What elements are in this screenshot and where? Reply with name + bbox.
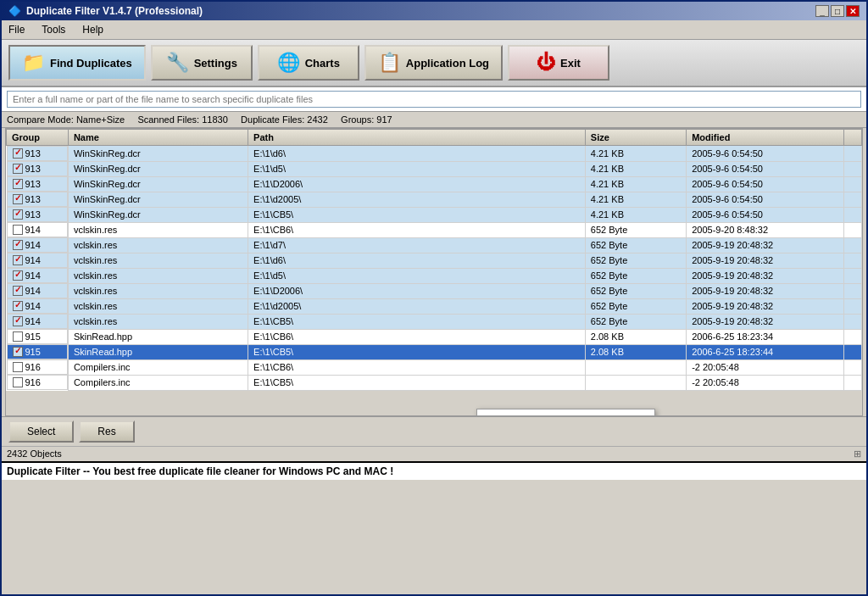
row-checkbox[interactable] (13, 164, 23, 174)
cell-modified: 2005-9-19 20:48:32 (687, 253, 844, 268)
cell-path: E:\1\D2006\ (248, 176, 586, 192)
cell-group: 914 (7, 268, 68, 283)
row-checkbox[interactable] (13, 362, 23, 372)
cell-modified: 2005-9-6 0:54:50 (687, 176, 844, 192)
cell-modified: 2005-9-19 20:48:32 (687, 314, 844, 329)
duplicate-files: Duplicate Files: 2432 (241, 114, 328, 125)
cell-spacer (843, 253, 861, 268)
cell-name: vclskin.res (68, 283, 248, 298)
row-checkbox[interactable] (13, 347, 23, 357)
cell-name: vclskin.res (68, 268, 248, 283)
find-duplicates-button[interactable]: 📁 Find Duplicates (8, 45, 146, 81)
row-checkbox[interactable] (13, 316, 23, 326)
folder-icon: 📁 (22, 52, 45, 74)
cell-size: 652 Byte (585, 237, 686, 253)
col-size[interactable]: Size (585, 130, 686, 146)
table-row[interactable]: 913 WinSkinReg.dcr E:\1\d5\ 4.21 KB 2005… (7, 161, 862, 176)
cell-path: E:\1\CB6\ (248, 222, 586, 237)
menu-help[interactable]: Help (79, 22, 107, 37)
row-checkbox[interactable] (13, 148, 23, 159)
close-button[interactable]: ✕ (846, 5, 860, 17)
cell-size: 652 Byte (585, 283, 686, 298)
row-checkbox[interactable] (13, 179, 23, 189)
row-checkbox[interactable] (13, 286, 23, 296)
cell-spacer (843, 268, 861, 283)
table-row[interactable]: 914 vclskin.res E:\1\D2006\ 652 Byte 200… (7, 283, 862, 298)
cell-group: 916 (7, 359, 68, 375)
settings-label: Settings (194, 57, 237, 70)
table-row[interactable]: 914 vclskin.res E:\1\CB6\ 652 Byte 2005-… (7, 222, 862, 237)
table-row[interactable]: 914 vclskin.res E:\1\d6\ 652 Byte 2005-9… (7, 253, 862, 268)
col-group[interactable]: Group (7, 130, 69, 146)
cell-path: E:\1\CB5\ (248, 344, 586, 359)
row-checkbox[interactable] (13, 255, 23, 265)
table-row[interactable]: 915 SkinRead.hpp E:\1\CB6\ 2.08 KB 2006-… (7, 329, 862, 344)
table-row[interactable]: 914 vclskin.res E:\1\d7\ 652 Byte 2005-9… (7, 237, 862, 253)
cell-name: Compilers.inc (68, 375, 248, 390)
table-row[interactable]: 913 WinSkinReg.dcr E:\1\D2006\ 4.21 KB 2… (7, 176, 862, 192)
cell-path: E:\1\d7\ (248, 237, 586, 253)
file-table: Group Name Path Size Modified 913 WinSki… (6, 129, 862, 391)
table-row[interactable]: 914 vclskin.res E:\1\d2005\ 652 Byte 200… (7, 298, 862, 314)
table-row[interactable]: 916 Compilers.inc E:\1\CB6\ -2 20:05:48 (7, 359, 862, 375)
file-table-wrapper[interactable]: Group Name Path Size Modified 913 WinSki… (5, 128, 863, 416)
minimize-button[interactable]: _ (815, 5, 829, 17)
wrench-icon: 🔧 (166, 52, 189, 74)
context-open-folder[interactable]: 📁Open Folder (477, 411, 654, 416)
cell-group: 914 (7, 314, 68, 329)
cell-name: SkinRead.hpp (68, 344, 248, 359)
exit-button[interactable]: ⏻ Exit (508, 45, 609, 81)
search-input[interactable] (7, 91, 861, 108)
row-checkbox[interactable] (13, 301, 23, 311)
table-row[interactable]: 913 WinSkinReg.dcr E:\1\CB5\ 4.21 KB 200… (7, 207, 862, 222)
table-row[interactable]: 914 vclskin.res E:\1\d5\ 652 Byte 2005-9… (7, 268, 862, 283)
find-duplicates-label: Find Duplicates (50, 57, 132, 70)
cell-spacer (843, 314, 861, 329)
cell-spacer (843, 222, 861, 237)
row-checkbox[interactable] (13, 225, 23, 235)
menu-tools[interactable]: Tools (38, 22, 69, 37)
globe-icon: 🌐 (277, 52, 300, 74)
stats-bar: Compare Mode: Name+Size Scanned Files: 1… (2, 112, 866, 128)
cell-spacer (843, 359, 861, 375)
row-checkbox[interactable] (13, 270, 23, 281)
row-checkbox[interactable] (13, 194, 23, 204)
application-log-button[interactable]: 📋 Application Log (364, 45, 503, 81)
bottom-bar: Select Res (2, 416, 866, 446)
toolbar: 📁 Find Duplicates 🔧 Settings 🌐 Charts 📋 … (2, 40, 866, 87)
cell-spacer (843, 298, 861, 314)
applog-label: Application Log (406, 57, 489, 70)
cell-modified: 2005-9-19 20:48:32 (687, 298, 844, 314)
groups-count: Groups: 917 (341, 114, 392, 125)
row-checkbox[interactable] (13, 240, 23, 250)
cell-name: WinSkinReg.dcr (68, 176, 248, 192)
row-checkbox[interactable] (13, 377, 23, 387)
col-name[interactable]: Name (68, 130, 248, 146)
cell-group: 914 (7, 222, 68, 237)
table-row[interactable]: 913 WinSkinReg.dcr E:\1\d6\ 4.21 KB 2005… (7, 146, 862, 162)
cell-group: 913 (7, 192, 68, 207)
col-modified[interactable]: Modified (687, 130, 844, 146)
maximize-button[interactable]: □ (831, 5, 844, 17)
charts-label: Charts (305, 57, 340, 70)
charts-button[interactable]: 🌐 Charts (258, 45, 359, 81)
select-button[interactable]: Select (8, 421, 74, 443)
cell-name: SkinRead.hpp (68, 329, 248, 344)
col-path[interactable]: Path (248, 130, 586, 146)
row-checkbox[interactable] (13, 209, 23, 220)
row-checkbox[interactable] (13, 331, 23, 342)
menu-file[interactable]: File (5, 22, 28, 37)
reset-button[interactable]: Res (79, 421, 134, 443)
table-row[interactable]: 914 vclskin.res E:\1\CB5\ 652 Byte 2005-… (7, 314, 862, 329)
cell-path: E:\1\d6\ (248, 146, 586, 162)
cell-size: 652 Byte (585, 298, 686, 314)
cell-modified: -2 20:05:48 (687, 359, 844, 375)
table-row[interactable]: 913 WinSkinReg.dcr E:\1\d2005\ 4.21 KB 2… (7, 192, 862, 207)
exit-label: Exit (560, 57, 581, 70)
cell-size: 4.21 KB (585, 146, 686, 162)
settings-button[interactable]: 🔧 Settings (151, 45, 253, 81)
table-row[interactable]: 916 Compilers.inc E:\1\CB5\ -2 20:05:48 (7, 375, 862, 390)
table-row[interactable]: 915 SkinRead.hpp E:\1\CB5\ 2.08 KB 2006-… (7, 344, 862, 359)
cell-name: vclskin.res (68, 314, 248, 329)
cell-group: 913 (7, 146, 68, 161)
